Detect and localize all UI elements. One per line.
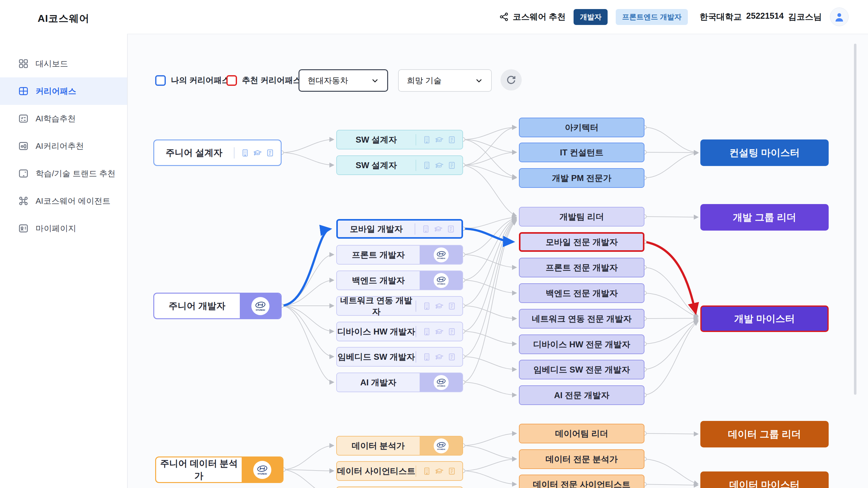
node-label: 데이터 전문 분석가 — [520, 454, 644, 465]
hyundai-logo-icon: HYUNDAI — [251, 297, 270, 315]
node-mobile-developer[interactable]: 모바일 개발자 — [336, 219, 463, 239]
certificate-icon — [446, 225, 455, 233]
node-network-integration-expert-developer[interactable]: 네트워크 연동 전문 개발자 — [519, 309, 645, 329]
building-icon — [423, 135, 431, 144]
sidebar-item-trend[interactable]: 학습/기술 트랜드 추천 — [0, 160, 127, 187]
node-sw-designer-2[interactable]: SW 설계자 — [336, 155, 463, 175]
node-label: 모바일 전문 개발자 — [521, 236, 643, 248]
sidebar-item-ai-learning[interactable]: AI학습추천 — [0, 105, 127, 132]
node-data-team-leader[interactable]: 데이어팀 리더 — [519, 424, 645, 444]
node-ai-expert-developer[interactable]: AI 전문 개발자 — [519, 385, 645, 405]
sidebar-item-careerpath[interactable]: 커리어패스 — [0, 77, 127, 105]
flow-edges — [127, 34, 868, 488]
role-badge-frontend: 프론트엔드 개발자 — [616, 9, 687, 25]
node-label: 개발 PM 전문가 — [520, 172, 644, 184]
recommended-path-arrow — [645, 242, 696, 313]
graduation-cap-icon — [434, 225, 443, 233]
node-label: SW 설계자 — [337, 134, 415, 145]
node-embedded-sw-developer[interactable]: 임베디드 SW 개발자 — [336, 347, 463, 367]
node-label: 주니어 설계자 — [154, 147, 234, 159]
hyundai-logo-icon: HYUNDAI — [434, 438, 449, 453]
hyundai-logo-icon: HYUNDAI — [434, 248, 449, 262]
share-nodes-icon — [499, 12, 509, 22]
building-icon — [423, 161, 431, 170]
certificate-icon — [447, 353, 456, 361]
sidebar-item-agent[interactable]: AI코스웨어 에이전트 — [0, 187, 127, 215]
svg-text:HYUNDAI: HYUNDAI — [437, 385, 445, 387]
building-icon — [241, 149, 249, 157]
node-label: 백엔드 개발자 — [337, 275, 420, 286]
node-backend-developer[interactable]: 백엔드 개발자 HYUNDAI — [336, 270, 463, 290]
node-data-group-leader[interactable]: 데이터 그룹 리더 — [700, 421, 829, 448]
svg-text:HYUNDAI: HYUNDAI — [256, 309, 265, 311]
node-data-expert-scientist[interactable]: 데이터 전문 사이언티스트 — [519, 475, 645, 488]
svg-text:HYUNDAI: HYUNDAI — [257, 473, 267, 475]
node-data-scientist[interactable]: 데이터 사이언티스트 — [336, 461, 463, 481]
sidebar-item-label: AI커리어추천 — [36, 141, 84, 152]
node-dev-meister[interactable]: 개발 마이스터 — [700, 305, 829, 332]
node-data-analyst[interactable]: 데이터 분석가 HYUNDAI — [336, 436, 463, 456]
node-frontend-developer[interactable]: 프론트 개발자 HYUNDAI — [336, 245, 463, 265]
node-data-expert-analyst[interactable]: 데이터 전문 분석가 — [519, 449, 645, 469]
building-icon — [423, 302, 431, 311]
node-label: AI 전문 개발자 — [520, 390, 644, 401]
node-dev-team-leader[interactable]: 개발팀 리더 — [519, 207, 645, 227]
node-backend-expert-developer[interactable]: 백엔드 전문 개발자 — [519, 283, 645, 303]
node-sw-designer-1[interactable]: SW 설계자 — [336, 130, 463, 150]
sidebar-item-label: AI코스웨어 에이전트 — [36, 196, 111, 206]
node-architect[interactable]: 아키텍터 — [519, 118, 645, 137]
graduation-cap-icon — [435, 327, 444, 336]
node-device-hw-expert-developer[interactable]: 디바이스 HW 전문 개발자 — [519, 334, 645, 354]
node-label: 개발 마이스터 — [702, 312, 828, 325]
sidebar-item-mypage[interactable]: 마이페이지 — [0, 215, 127, 242]
node-label: 데이터 그룹 리더 — [700, 428, 829, 441]
node-label: 임베디드 SW 개발자 — [337, 351, 415, 363]
node-label: 데이터 마이스터 — [700, 478, 829, 488]
node-frontend-expert-developer[interactable]: 프론트 전문 개발자 — [519, 258, 645, 278]
building-icon — [423, 467, 431, 476]
sidebar-item-ai-career[interactable]: AI커리어추천 — [0, 132, 127, 160]
node-label: 네트워크 연동 전문 개발자 — [520, 313, 644, 325]
courseware-recommend-button[interactable]: 코스웨어 추천 — [499, 11, 566, 23]
career-path-icon — [18, 86, 29, 96]
node-consulting-meister[interactable]: 컨설팅 마이스터 — [700, 139, 829, 166]
sidebar-menu: 대시보드 커리어패스 AI학습추천 AI커리어추천 — [0, 50, 127, 242]
avatar[interactable] — [830, 7, 849, 26]
vertical-scrollbar[interactable] — [854, 44, 857, 395]
certificate-icon — [447, 467, 456, 476]
certificate-icon — [447, 161, 456, 170]
node-label: 임베디드 SW 전문 개발자 — [520, 364, 644, 376]
node-label: 주니어 개발자 — [154, 300, 240, 312]
node-dev-pm-expert[interactable]: 개발 PM 전문가 — [519, 168, 645, 188]
sidebar-item-label: 학습/기술 트랜드 추천 — [36, 168, 116, 179]
role-badge-developer: 개발자 — [574, 9, 608, 25]
node-junior-data-analyst[interactable]: 주니어 데이터 분석가 HYUNDAI — [155, 456, 283, 483]
node-label: 개발 그룹 리더 — [700, 211, 829, 224]
person-icon — [833, 11, 845, 23]
mypage-icon — [18, 223, 29, 234]
sidebar-item-label: AI학습추천 — [36, 113, 76, 124]
graduation-cap-icon — [435, 302, 444, 311]
node-label: 프론트 전문 개발자 — [520, 262, 644, 273]
node-network-integration-developer[interactable]: 네트워크 연동 개발자 — [336, 296, 463, 316]
node-junior-developer[interactable]: 주니어 개발자 HYUNDAI — [153, 293, 282, 319]
hyundai-logo-icon: HYUNDAI — [253, 461, 271, 479]
node-ai-developer[interactable]: AI 개발자 HYUNDAI — [336, 372, 463, 392]
node-label: 네트워크 연동 개발자 — [337, 295, 415, 317]
node-junior-designer[interactable]: 주니어 설계자 — [153, 139, 282, 166]
node-dev-group-leader[interactable]: 개발 그룹 리더 — [700, 204, 829, 231]
node-label: IT 컨설턴트 — [520, 147, 644, 158]
sidebar-item-dashboard[interactable]: 대시보드 — [0, 50, 127, 77]
agent-icon — [18, 196, 29, 206]
ai-learning-icon — [18, 113, 29, 124]
node-embedded-sw-expert-developer[interactable]: 임베디드 SW 전문 개발자 — [519, 360, 645, 380]
node-data-meister[interactable]: 데이터 마이스터 — [700, 471, 829, 488]
node-label: 주니어 데이터 분석가 — [156, 457, 242, 482]
node-label: 모바일 개발자 — [338, 223, 415, 235]
node-mobile-expert-developer[interactable]: 모바일 전문 개발자 — [519, 232, 645, 252]
node-label: AI 개발자 — [337, 377, 420, 388]
node-it-consultant[interactable]: IT 컨설턴트 — [519, 142, 645, 162]
node-device-hw-developer[interactable]: 디바이스 HW 개발자 — [336, 322, 463, 341]
user-info: 한국대학교 25221514 김코스님 — [700, 11, 822, 23]
node-label: 데이터 사이언티스트 — [337, 465, 415, 477]
